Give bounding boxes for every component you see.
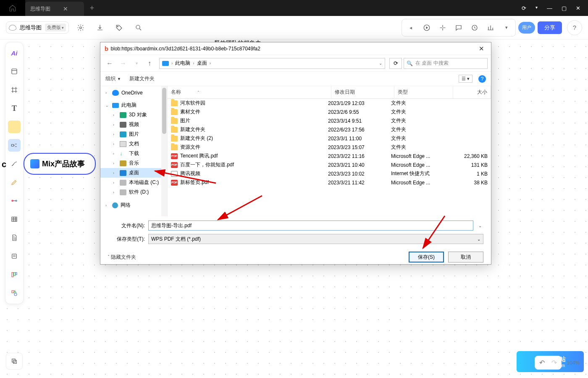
- redo-icon[interactable]: ↷: [551, 359, 557, 367]
- app-toolbar: 思维导图 免费版▾ ◂ ▾ 用户 分享 ?: [0, 16, 588, 39]
- node-prefix-letter: c: [2, 160, 6, 169]
- window-close-icon[interactable]: ✕: [576, 5, 580, 11]
- template-tool-icon[interactable]: [8, 65, 21, 78]
- text-tool-icon[interactable]: T: [8, 102, 21, 115]
- connector-tool-icon[interactable]: [8, 194, 21, 207]
- prev-icon[interactable]: ◂: [403, 20, 419, 35]
- mindmap-root-node[interactable]: c Mix产品故事: [24, 153, 96, 175]
- file-row[interactable]: 新建文件夹2022/6/23 17:56文件夹: [168, 125, 491, 134]
- organize-menu[interactable]: 组织▼: [105, 75, 121, 82]
- address-dropdown-icon[interactable]: ⌄: [379, 61, 382, 66]
- nav-recent-icon[interactable]: ▾: [131, 58, 142, 69]
- clock-icon[interactable]: [467, 20, 483, 35]
- sparkle-icon[interactable]: [435, 20, 451, 35]
- more-icon[interactable]: ▾: [499, 20, 514, 35]
- zoom-level[interactable]: 104%: [567, 360, 580, 366]
- hide-folders-toggle[interactable]: ˆ隐藏文件夹: [108, 254, 136, 261]
- link-icon: [171, 171, 178, 177]
- svg-rect-11: [12, 273, 13, 277]
- file-row[interactable]: PDF百度一下，你就知道.pdf2023/3/21 10:40Microsoft…: [168, 160, 491, 169]
- mindmap-tool-icon[interactable]: [8, 139, 21, 152]
- folder-icon: [171, 144, 178, 150]
- tree-item[interactable]: ›OneDrive: [100, 89, 167, 97]
- pdf-icon: PDF: [171, 162, 178, 168]
- chart-icon[interactable]: [483, 20, 499, 35]
- tab-document[interactable]: 思维导图 ✕: [25, 2, 84, 16]
- sticky-tool-icon[interactable]: [8, 121, 21, 133]
- tree-item[interactable]: ›网络: [100, 200, 167, 210]
- new-folder-button[interactable]: 新建文件夹: [129, 75, 155, 82]
- kanban-tool-icon[interactable]: [8, 268, 21, 281]
- new-tab-button[interactable]: +: [84, 4, 100, 13]
- dialog-titlebar[interactable]: b blob:https://boardmix.cn/3d12d621-8131…: [100, 42, 491, 55]
- window-minimize-icon[interactable]: —: [547, 5, 552, 11]
- help-round-icon[interactable]: ?: [478, 75, 486, 83]
- file-row[interactable]: 资源文件2023/3/23 15:07文件夹: [168, 143, 491, 152]
- frame-tool-icon[interactable]: [8, 84, 21, 96]
- nav-up-icon[interactable]: ↑: [144, 60, 155, 67]
- shapes-tool-icon[interactable]: [8, 287, 21, 299]
- pen-tool-icon[interactable]: [8, 176, 21, 189]
- tag-icon[interactable]: [112, 20, 127, 35]
- tree-item[interactable]: ›↓下载: [100, 149, 167, 158]
- address-bar[interactable]: › 此电脑 › 桌面 › ⌄: [159, 58, 385, 69]
- file-row[interactable]: 新建文件夹 (2)2023/3/1 11:00文件夹: [168, 134, 491, 143]
- window-dropdown-icon[interactable]: ▾: [536, 5, 538, 11]
- window-titlebar: 思维导图 ✕ + ⟳ ▾ — ▢ ✕: [0, 0, 588, 16]
- file-row[interactable]: 图片2023/3/14 9:51文件夹: [168, 116, 491, 125]
- undo-icon[interactable]: ↶: [539, 359, 545, 367]
- tree-scrollbar[interactable]: [161, 86, 167, 216]
- tab-close-icon[interactable]: ✕: [63, 5, 68, 12]
- doc-info-group[interactable]: 思维导图 免费版▾: [6, 21, 69, 34]
- doc-tool-icon[interactable]: [8, 231, 21, 244]
- table-tool-icon[interactable]: [8, 213, 21, 226]
- file-list-header[interactable]: 名称ˆ 修改日期 类型 大小: [168, 86, 491, 99]
- breadcrumb-location[interactable]: 桌面: [197, 60, 207, 67]
- dialog-close-icon[interactable]: ✕: [476, 44, 487, 53]
- tree-item[interactable]: ›软件 (D:): [100, 187, 167, 197]
- layers-button[interactable]: [6, 353, 23, 370]
- view-mode-button[interactable]: ☰ ▾: [459, 75, 472, 83]
- window-maximize-icon[interactable]: ▢: [562, 5, 567, 11]
- search-icon[interactable]: [131, 20, 146, 35]
- avatar-button[interactable]: 用户: [518, 22, 535, 34]
- folder-tree[interactable]: ›OneDrive⌄此电脑›3D 对象›视频›图片›文档›↓下载›音乐›桌面›本…: [100, 86, 168, 216]
- filename-input[interactable]: [148, 220, 473, 231]
- file-row[interactable]: 腾讯视频2023/3/23 10:02Internet 快捷方式1 KB: [168, 169, 491, 178]
- nav-back-icon[interactable]: ←: [104, 58, 116, 69]
- cancel-button[interactable]: 取消: [448, 252, 483, 262]
- document-title: 思维导图: [20, 24, 42, 32]
- play-icon[interactable]: [419, 20, 435, 35]
- share-button[interactable]: 分享: [538, 21, 562, 34]
- comment-icon[interactable]: [451, 20, 467, 35]
- tree-item[interactable]: ›桌面: [100, 168, 167, 178]
- tree-item[interactable]: ⌄此电脑: [100, 100, 167, 110]
- curve-tool-icon[interactable]: [8, 158, 21, 170]
- ai-tool-icon[interactable]: Ai: [8, 47, 21, 59]
- window-refresh-icon[interactable]: ⟳: [522, 5, 526, 11]
- search-input[interactable]: 🔍 在 桌面 中搜索: [404, 58, 488, 69]
- breadcrumb-root[interactable]: 此电脑: [175, 60, 190, 67]
- refresh-button[interactable]: ⟳: [389, 58, 402, 69]
- file-row[interactable]: PDFTencent 腾讯.pdf2023/3/22 11:16Microsof…: [168, 152, 491, 160]
- file-row[interactable]: 河东软件园2023/1/29 12:03文件夹: [168, 99, 491, 108]
- home-button[interactable]: [0, 0, 25, 16]
- tree-item[interactable]: ›文档: [100, 139, 167, 149]
- plan-badge[interactable]: 免费版▾: [45, 24, 66, 32]
- dialog-toolbar: 组织▼ 新建文件夹 ☰ ▾ ?: [100, 72, 491, 86]
- tree-item[interactable]: ›图片: [100, 129, 167, 139]
- filetype-select[interactable]: WPS PDF 文档 (*.pdf)⌄: [148, 234, 483, 244]
- tree-item[interactable]: ›本地磁盘 (C:): [100, 178, 167, 187]
- file-row[interactable]: PDF新标签页.pdf2023/3/21 11:42Microsoft Edge…: [168, 178, 491, 187]
- tree-item[interactable]: ›3D 对象: [100, 110, 167, 120]
- nav-forward-icon[interactable]: →: [117, 58, 129, 69]
- file-list[interactable]: 名称ˆ 修改日期 类型 大小 河东软件园2023/1/29 12:03文件夹素材…: [168, 86, 491, 216]
- file-row[interactable]: 素材文件2023/2/6 9:55文件夹: [168, 108, 491, 116]
- help-icon[interactable]: ?: [567, 20, 582, 35]
- tree-item[interactable]: ›音乐: [100, 158, 167, 168]
- settings-icon[interactable]: [73, 20, 88, 35]
- tree-item[interactable]: ›视频: [100, 120, 167, 129]
- list-tool-icon[interactable]: [8, 250, 21, 262]
- download-icon[interactable]: [92, 20, 108, 35]
- save-button[interactable]: 保存(S): [409, 252, 444, 262]
